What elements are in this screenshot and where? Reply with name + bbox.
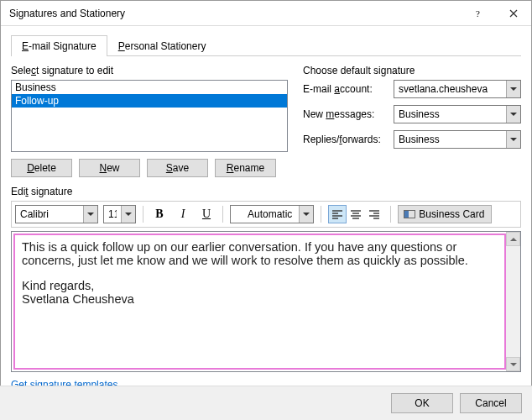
- underline-button[interactable]: U: [197, 205, 216, 223]
- svg-marker-22: [510, 363, 517, 366]
- default-signature-label: Choose default signature: [303, 65, 521, 76]
- font-size-combo[interactable]: [103, 205, 136, 223]
- svg-marker-7: [125, 213, 132, 216]
- replies-forwards-label: Replies/forwards:: [303, 134, 389, 145]
- ok-button[interactable]: OK: [391, 393, 453, 413]
- svg-marker-21: [510, 238, 517, 241]
- align-center-button[interactable]: [347, 205, 365, 223]
- window-title: Signatures and Stationery: [9, 8, 461, 19]
- edit-signature-label: Edit signature: [11, 186, 521, 197]
- editor-text: Kind regards,: [22, 279, 498, 292]
- new-button[interactable]: New: [79, 159, 140, 177]
- business-card-icon: [404, 210, 415, 218]
- svg-text:?: ?: [476, 9, 480, 18]
- chevron-down-icon[interactable]: [121, 206, 135, 223]
- tab-email-signature[interactable]: E-mail Signature: [11, 35, 107, 56]
- signature-editor[interactable]: This is a quick follow up on our earlier…: [13, 234, 506, 370]
- svg-marker-8: [303, 213, 310, 216]
- chevron-down-icon[interactable]: [506, 131, 520, 148]
- align-left-button[interactable]: [328, 205, 347, 223]
- business-card-button[interactable]: Business Card: [398, 205, 492, 223]
- svg-marker-4: [510, 113, 517, 116]
- signature-editor-wrap: This is a quick follow up on our earlier…: [11, 231, 521, 372]
- replies-forwards-combo[interactable]: Business: [394, 130, 521, 149]
- chevron-down-icon[interactable]: [299, 206, 313, 223]
- editor-text: This is a quick follow up on our earlier…: [22, 240, 498, 267]
- svg-marker-5: [510, 138, 517, 141]
- delete-button[interactable]: Delete: [11, 159, 72, 177]
- new-messages-combo[interactable]: Business: [394, 105, 521, 123]
- formatting-toolbar: B I U Automatic Business Card: [11, 201, 521, 228]
- cancel-button[interactable]: Cancel: [460, 393, 522, 413]
- email-account-combo[interactable]: svetlana.cheusheva: [394, 80, 521, 98]
- signature-listbox[interactable]: Business Follow-up: [11, 80, 288, 152]
- chevron-down-icon[interactable]: [83, 206, 97, 223]
- italic-button[interactable]: I: [174, 205, 192, 223]
- scroll-up-icon[interactable]: [506, 232, 520, 246]
- tab-strip: E-mail Signature Personal Stationery: [11, 34, 521, 56]
- select-signature-label: Select signature to edit: [11, 65, 288, 76]
- save-button[interactable]: Save: [147, 159, 208, 177]
- close-button[interactable]: [496, 1, 531, 25]
- list-item[interactable]: Follow-up: [12, 94, 287, 108]
- rename-button[interactable]: Rename: [215, 159, 276, 177]
- email-account-label: E-mail account:: [303, 83, 389, 95]
- svg-marker-6: [87, 213, 94, 216]
- tab-personal-stationery[interactable]: Personal Stationery: [107, 35, 217, 56]
- font-color-combo[interactable]: Automatic: [230, 205, 314, 223]
- titlebar: Signatures and Stationery ?: [1, 1, 531, 26]
- dialog-footer: OK Cancel: [0, 386, 532, 420]
- scrollbar[interactable]: [506, 232, 520, 371]
- chevron-down-icon[interactable]: [506, 81, 520, 97]
- font-family-combo[interactable]: [15, 205, 98, 223]
- bold-button[interactable]: B: [150, 205, 169, 223]
- scroll-down-icon[interactable]: [506, 357, 520, 371]
- help-button[interactable]: ?: [461, 1, 496, 25]
- editor-text: Svetlana Cheusheva: [22, 292, 498, 306]
- svg-marker-3: [510, 87, 517, 91]
- list-item[interactable]: Business: [12, 81, 287, 94]
- new-messages-label: New messages:: [303, 108, 389, 120]
- chevron-down-icon[interactable]: [506, 106, 520, 123]
- align-right-button[interactable]: [365, 205, 383, 223]
